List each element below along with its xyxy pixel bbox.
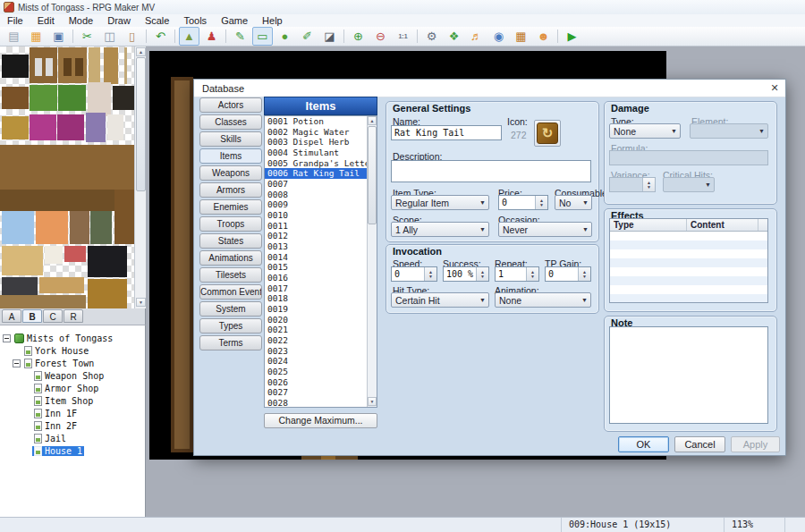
palette-scroll-thumb[interactable] [136,57,146,191]
palette-tile[interactable] [114,190,134,244]
cut-button[interactable]: ✂ [77,27,97,46]
palette-tile[interactable] [113,86,134,110]
tree-item-forest-town[interactable]: Forest Town [0,357,145,369]
db-tab-weapons[interactable]: Weapons [199,165,262,181]
speed-spinner[interactable]: 0▲▼ [391,266,437,282]
palette-tile[interactable] [107,114,123,140]
palette-tile[interactable] [70,211,89,244]
zoom-in-button[interactable]: ⊕ [348,27,369,46]
palette-tile[interactable] [88,246,127,277]
palette-tile[interactable] [57,114,84,140]
palette-tile[interactable] [88,82,111,116]
palette-tile[interactable] [30,47,57,83]
effects-row[interactable] [610,249,767,258]
palette-tile[interactable] [39,277,84,293]
palette-tile[interactable] [2,246,43,275]
item-row-0004[interactable]: 0004 Stimulant [265,148,377,158]
item-type-dropdown[interactable]: Regular Item▼ [391,195,489,210]
price-spinner[interactable]: 0▲▼ [498,195,548,210]
palette-tile[interactable] [45,246,63,264]
tree-expander-icon[interactable] [13,359,21,367]
item-row-0003[interactable]: 0003 Dispel Herb [265,137,377,148]
item-row-0011[interactable]: 0011 [265,221,377,232]
menu-game[interactable]: Game [214,15,255,26]
menu-draw[interactable]: Draw [100,15,138,26]
damage-type-dropdown[interactable]: None▼ [609,123,681,139]
item-row-0024[interactable]: 0024 [265,356,377,367]
item-row-0021[interactable]: 0021 [265,325,377,335]
save-project-button[interactable]: ▣ [48,27,69,46]
item-row-0022[interactable]: 0022 [265,335,377,346]
rectangle-tool-button[interactable]: ▭ [252,27,273,46]
consumable-dropdown[interactable]: No▼ [555,195,592,210]
item-row-0017[interactable]: 0017 [265,283,377,294]
zoom-out-button[interactable]: ⊖ [370,27,391,46]
plugin-manager-button[interactable]: ❖ [444,27,464,46]
palette-scrollbar[interactable]: ▲ ▼ [134,46,146,308]
tp-gain-spinner[interactable]: 0▲▼ [545,266,591,282]
palette-tile[interactable] [64,58,72,76]
effects-row[interactable] [610,285,767,294]
sound-test-button[interactable]: ♬ [466,27,487,46]
cancel-button[interactable]: Cancel [674,436,725,452]
item-list-scroll-thumb[interactable] [368,126,377,224]
db-tab-animations[interactable]: Animations [199,250,262,266]
note-textarea[interactable] [609,326,768,424]
new-project-button[interactable]: ▤ [4,27,24,46]
tree-expander-icon[interactable] [3,334,11,342]
db-tab-terms[interactable]: Terms [199,335,262,350]
item-row-0009[interactable]: 0009 [265,199,377,210]
palette-tile[interactable] [35,58,42,76]
item-row-0025[interactable]: 0025 [265,367,377,377]
item-row-0014[interactable]: 0014 [265,252,377,263]
palette-tile[interactable] [89,47,100,84]
scroll-up-icon[interactable]: ▲ [368,116,377,125]
item-row-0028[interactable]: 0028 [265,398,377,408]
tree-item-york-house[interactable]: York House [0,344,145,357]
tree-item-inn-1f[interactable]: Inn 1F [0,407,145,419]
db-tab-types[interactable]: Types [199,318,262,334]
tileset-tab-r[interactable]: R [64,309,83,323]
effects-row[interactable] [610,258,767,267]
hit-type-dropdown[interactable]: Certain Hit▼ [391,292,489,308]
item-row-0010[interactable]: 0010 [265,210,377,221]
effects-table[interactable]: Type Content [609,218,768,303]
name-input[interactable]: Rat King Tail [391,125,502,140]
db-tab-armors[interactable]: Armors [199,182,262,198]
db-tab-enemies[interactable]: Enemies [199,199,262,215]
db-tab-system[interactable]: System [199,301,262,317]
menu-file[interactable]: File [0,15,30,26]
map-mode-button[interactable]: ▲ [179,27,199,46]
resource-manager-button[interactable]: ▦ [511,27,531,46]
description-textarea[interactable] [391,160,591,182]
tree-item-armor-shop[interactable]: Armor Shop [0,382,145,394]
apply-button[interactable]: Apply [731,436,780,452]
scroll-up-icon[interactable]: ▲ [136,47,146,56]
palette-tile[interactable] [46,58,53,76]
palette-tile[interactable] [30,85,57,111]
item-row-0012[interactable]: 0012 [265,231,377,241]
palette-tile[interactable] [124,47,127,84]
tree-item-house-1[interactable]: House 1 [0,444,145,457]
paste-button[interactable]: ▯ [122,27,142,46]
item-row-0013[interactable]: 0013 [265,241,377,252]
item-row-0023[interactable]: 0023 [265,346,377,357]
menu-mode[interactable]: Mode [62,15,101,26]
palette-tile[interactable] [2,277,38,295]
scroll-down-icon[interactable]: ▼ [136,298,146,307]
occasion-dropdown[interactable]: Never▼ [498,222,592,237]
tileset-tab-c[interactable]: C [43,309,63,323]
palette-tile[interactable] [2,55,29,78]
ok-button[interactable]: OK [618,436,669,452]
dialog-title-bar[interactable]: Database ✕ [194,80,785,97]
palette-tile[interactable] [88,279,127,308]
shadow-pen-tool-button[interactable]: ◪ [319,27,340,46]
db-tab-states[interactable]: States [199,233,262,249]
map-floor-tiles[interactable] [174,80,190,449]
item-row-0007[interactable]: 0007 [265,179,377,190]
palette-tile[interactable] [36,211,68,244]
success-spinner[interactable]: 100 %▲▼ [443,266,489,282]
tree-item-jail[interactable]: Jail [0,432,145,444]
item-row-0006[interactable]: 0006 Rat King Tail [265,168,377,179]
tree-item-mists-of-tongass[interactable]: Mists of Tongass [0,332,145,344]
